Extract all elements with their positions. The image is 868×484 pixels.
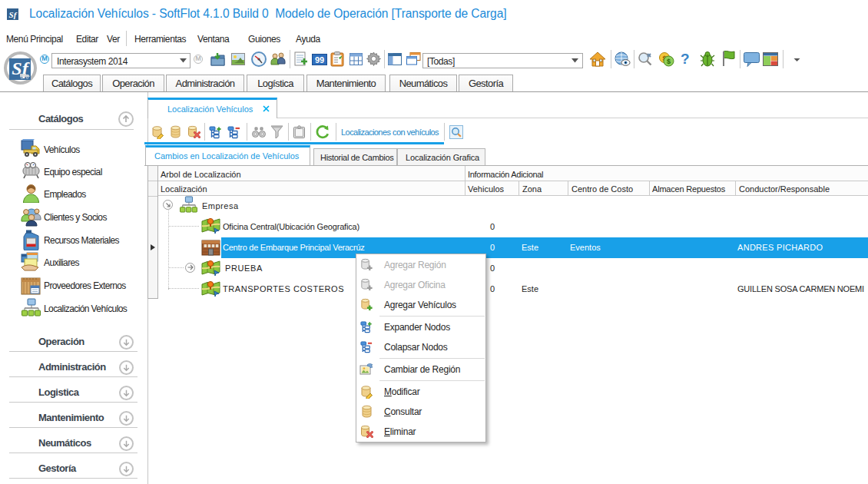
svg-text:Sf: Sf — [9, 10, 18, 19]
svg-text:$: $ — [667, 58, 671, 65]
